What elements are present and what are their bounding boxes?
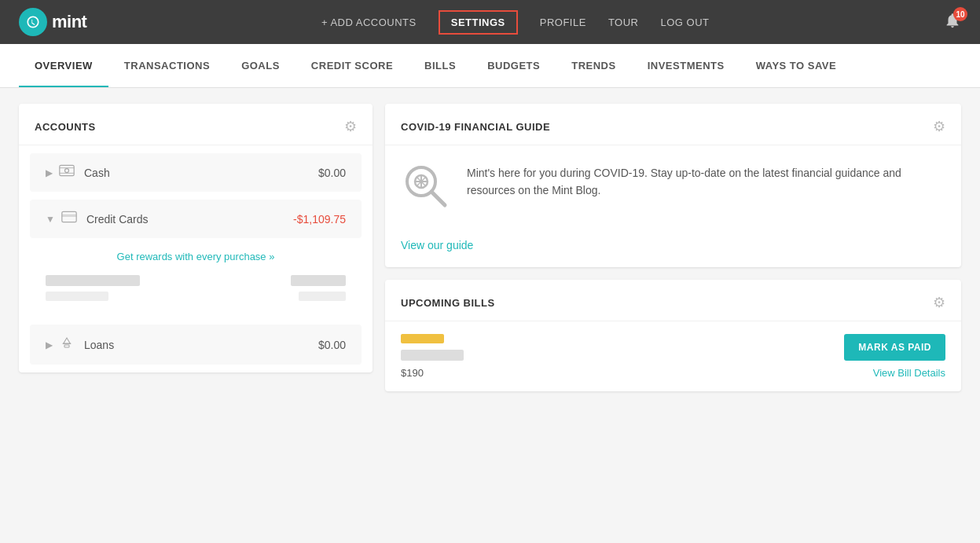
notification-count: 10 bbox=[953, 7, 967, 21]
logo-area: mint bbox=[19, 8, 86, 36]
sub-account-info bbox=[46, 275, 291, 304]
cash-chevron-icon: ▶ bbox=[46, 167, 53, 178]
covid-card: COVID-19 FINANCIAL GUIDE ⚙ bbox=[385, 104, 961, 267]
credit-card-promo[interactable]: Get rewards with every purchase » bbox=[30, 244, 362, 269]
credit-cards-name: Credit Cards bbox=[86, 213, 293, 226]
loans-icon bbox=[59, 336, 75, 354]
cash-account-name: Cash bbox=[84, 167, 318, 179]
credit-cards-row[interactable]: ▼ Credit Cards -$1,109.75 bbox=[30, 200, 362, 238]
bill-row: $190 MARK AS PAID View Bill Details bbox=[385, 321, 961, 391]
mark-as-paid-button[interactable]: MARK AS PAID bbox=[844, 334, 945, 361]
main-content: ACCOUNTS ⚙ ▶ Cash $0.00 bbox=[0, 88, 980, 420]
credit-cards-amount: -$1,109.75 bbox=[293, 213, 346, 226]
covid-guide-link[interactable]: View our guide bbox=[385, 239, 961, 267]
bill-amount: $190 bbox=[401, 367, 464, 379]
subnav-item-overview[interactable]: OVERVIEW bbox=[19, 44, 108, 88]
accounts-card: ACCOUNTS ⚙ ▶ Cash $0.00 bbox=[19, 104, 373, 372]
header-right: 10 bbox=[944, 12, 961, 32]
profile-link[interactable]: PROFILE bbox=[540, 17, 586, 28]
subnav-item-budgets[interactable]: BUDGETS bbox=[472, 44, 556, 88]
loans-chevron-icon: ▶ bbox=[46, 339, 53, 350]
sub-account-amount-blur bbox=[291, 275, 346, 286]
notification-bell[interactable]: 10 bbox=[944, 12, 961, 32]
covid-title: COVID-19 FINANCIAL GUIDE bbox=[401, 121, 550, 133]
settings-link[interactable]: SETTINGS bbox=[439, 10, 518, 35]
covid-card-header: COVID-19 FINANCIAL GUIDE ⚙ bbox=[385, 104, 961, 145]
loans-account-amount: $0.00 bbox=[318, 339, 346, 351]
accounts-gear-icon[interactable]: ⚙ bbox=[344, 118, 357, 135]
sub-account-amounts bbox=[291, 275, 346, 304]
credit-card-icon bbox=[61, 211, 77, 227]
svg-rect-6 bbox=[64, 345, 69, 347]
magnify-icon bbox=[401, 161, 451, 220]
sub-account-num-blur bbox=[46, 292, 108, 301]
right-panel: COVID-19 FINANCIAL GUIDE ⚙ bbox=[385, 104, 961, 404]
cash-icon bbox=[59, 164, 75, 181]
covid-content: Mint's here for you during COVID-19. Sta… bbox=[385, 145, 961, 239]
accounts-card-header: ACCOUNTS ⚙ bbox=[19, 104, 373, 145]
subnav-item-investments[interactable]: INVESTMENTS bbox=[632, 44, 740, 88]
svg-rect-0 bbox=[60, 165, 74, 175]
credit-chevron-icon: ▼ bbox=[46, 214, 55, 225]
credit-card-body: Get rewards with every purchase » bbox=[30, 238, 362, 317]
bills-title: UPCOMING BILLS bbox=[401, 297, 495, 309]
logo-text: mint bbox=[52, 12, 86, 32]
subnav-item-trends[interactable]: TRENDS bbox=[556, 44, 631, 88]
cash-account-amount: $0.00 bbox=[318, 167, 346, 179]
loans-account-name: Loans bbox=[84, 339, 318, 351]
subnav-item-goals[interactable]: GOALS bbox=[226, 44, 295, 88]
svg-point-1 bbox=[65, 169, 69, 173]
sub-account-date-blur bbox=[299, 292, 346, 301]
bills-gear-icon[interactable]: ⚙ bbox=[933, 294, 945, 311]
bill-date-blur bbox=[401, 350, 464, 361]
bills-card-header: UPCOMING BILLS ⚙ bbox=[385, 280, 961, 321]
accounts-title: ACCOUNTS bbox=[35, 121, 96, 133]
sub-account-row[interactable] bbox=[30, 269, 362, 310]
main-nav: + ADD ACCOUNTS SETTINGS PROFILE TOUR LOG… bbox=[321, 10, 710, 35]
bill-actions: MARK AS PAID View Bill Details bbox=[844, 334, 945, 379]
left-panel: ACCOUNTS ⚙ ▶ Cash $0.00 bbox=[19, 104, 373, 404]
subnav-item-bills[interactable]: BILLS bbox=[409, 44, 472, 88]
logout-link[interactable]: LOG OUT bbox=[660, 17, 709, 28]
svg-line-8 bbox=[431, 192, 445, 205]
subnav: OVERVIEW TRANSACTIONS GOALS CREDIT SCORE… bbox=[0, 44, 980, 88]
cash-account-row[interactable]: ▶ Cash $0.00 bbox=[30, 153, 362, 192]
bill-name-blur bbox=[401, 334, 444, 343]
upcoming-bills-card: UPCOMING BILLS ⚙ $190 MARK AS PAID View … bbox=[385, 280, 961, 391]
view-bill-details-link[interactable]: View Bill Details bbox=[873, 367, 945, 379]
header: mint + ADD ACCOUNTS SETTINGS PROFILE TOU… bbox=[0, 0, 980, 44]
svg-rect-5 bbox=[62, 215, 76, 217]
loans-account-row[interactable]: ▶ Loans $0.00 bbox=[30, 325, 362, 365]
covid-description: Mint's here for you during COVID-19. Sta… bbox=[467, 164, 945, 200]
covid-gear-icon[interactable]: ⚙ bbox=[933, 118, 945, 135]
tour-link[interactable]: TOUR bbox=[608, 17, 639, 28]
credit-cards-section: ▼ Credit Cards -$1,109.75 Get rewards wi… bbox=[30, 200, 362, 317]
bill-info: $190 bbox=[401, 334, 464, 379]
subnav-item-credit-score[interactable]: CREDIT SCORE bbox=[295, 44, 409, 88]
add-accounts-link[interactable]: + ADD ACCOUNTS bbox=[321, 17, 417, 28]
mint-logo-icon[interactable] bbox=[19, 8, 47, 36]
sub-account-name-blur bbox=[46, 275, 140, 286]
subnav-item-ways-to-save[interactable]: WAYS TO SAVE bbox=[740, 44, 853, 88]
subnav-item-transactions[interactable]: TRANSACTIONS bbox=[108, 44, 226, 88]
